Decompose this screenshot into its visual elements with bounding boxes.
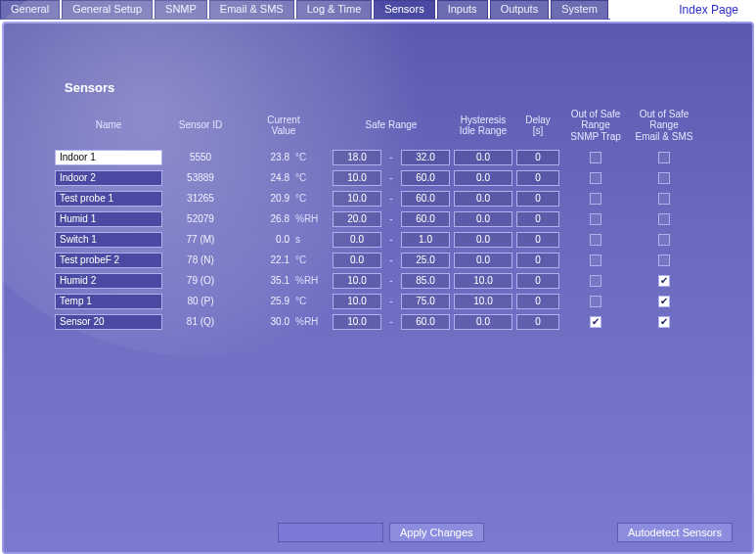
hysteresis-input[interactable]: 0.0 — [454, 150, 512, 165]
safe-range-lo-input[interactable]: 10.0 — [333, 273, 381, 289]
tab-log-time[interactable]: Log & Time — [296, 0, 373, 19]
snmp-trap-checkbox[interactable] — [590, 275, 601, 287]
snmp-trap-checkbox[interactable] — [590, 234, 601, 246]
hysteresis-input[interactable]: 0.0 — [454, 211, 512, 227]
email-sms-cell — [632, 272, 696, 290]
snmp-trap-checkbox[interactable] — [590, 152, 601, 163]
safe-range-hi-input[interactable]: 32.0 — [401, 150, 450, 165]
safe-range-hi-input[interactable]: 75.0 — [401, 294, 450, 309]
safe-range-hi-input[interactable]: 25.0 — [401, 253, 450, 268]
email-sms-checkbox[interactable] — [658, 172, 670, 184]
safe-range-lo-input[interactable]: 20.0 — [333, 211, 381, 227]
tab-general[interactable]: General — [0, 0, 60, 19]
snmp-trap-checkbox[interactable] — [590, 213, 601, 225]
sensor-name-input[interactable]: Sensor 20 — [55, 314, 162, 330]
sensor-name-input[interactable]: Humid 1 — [55, 211, 162, 227]
sensor-name-input[interactable]: Humid 2 — [55, 273, 162, 289]
safe-range-hi-input[interactable]: 1.0 — [401, 232, 450, 248]
hysteresis-input[interactable]: 0.0 — [454, 191, 512, 207]
sensor-name-input[interactable]: Temp 1 — [55, 294, 162, 309]
safe-range-hi-input[interactable]: 60.0 — [401, 211, 450, 227]
sensor-name-input[interactable]: Switch 1 — [55, 232, 162, 248]
apply-changes-button[interactable]: Apply Changes — [389, 523, 484, 542]
email-sms-checkbox[interactable] — [658, 193, 670, 205]
delay-input[interactable]: 0 — [516, 150, 559, 165]
snmp-trap-checkbox[interactable] — [590, 193, 601, 205]
blank-button[interactable] — [278, 523, 383, 542]
col-sensor-id: Sensor ID — [166, 117, 235, 133]
sensor-name-input[interactable]: Test probeF 2 — [55, 253, 162, 268]
hysteresis-input[interactable]: 0.0 — [454, 170, 512, 186]
safe-range-hi-input[interactable]: 60.0 — [401, 191, 450, 207]
snmp-trap-checkbox[interactable] — [590, 254, 601, 266]
snmp-trap-checkbox[interactable] — [590, 296, 601, 307]
tab-general-setup[interactable]: General Setup — [62, 0, 153, 19]
email-sms-checkbox[interactable] — [658, 152, 670, 163]
sensor-id: 53889 — [166, 169, 235, 187]
autodetect-sensors-button[interactable]: Autodetect Sensors — [617, 523, 733, 542]
sensor-name-input[interactable]: Test probe 1 — [55, 191, 162, 207]
safe-range-hi-cell: 75.0 — [401, 293, 450, 310]
col-hysteresis: HysteresisIdle Range — [454, 113, 512, 139]
safe-range-lo-input[interactable]: 10.0 — [333, 170, 381, 186]
tab-system[interactable]: System — [551, 0, 608, 19]
safe-range-hi-input[interactable]: 60.0 — [401, 314, 450, 330]
current-unit: %RH — [293, 210, 329, 228]
hysteresis-input[interactable]: 0.0 — [454, 314, 512, 330]
email-sms-checkbox[interactable] — [658, 254, 670, 266]
grid-header-row: Name Sensor ID CurrentValue Safe Range H… — [55, 104, 718, 147]
current-unit: s — [293, 231, 329, 249]
tab-email-sms[interactable]: Email & SMS — [209, 0, 294, 19]
hysteresis-cell: 0.0 — [454, 210, 512, 228]
safe-range-hi-cell: 1.0 — [401, 231, 450, 249]
range-dash: - — [385, 210, 397, 228]
safe-range-lo-input[interactable]: 18.0 — [333, 150, 381, 165]
safe-range-lo-input[interactable]: 0.0 — [333, 232, 381, 248]
snmp-trap-cell — [563, 252, 628, 269]
tab-outputs[interactable]: Outputs — [490, 0, 550, 19]
safe-range-hi-input[interactable]: 85.0 — [401, 273, 450, 289]
hysteresis-input[interactable]: 0.0 — [454, 232, 512, 248]
email-sms-checkbox[interactable] — [658, 213, 670, 225]
delay-input[interactable]: 0 — [516, 211, 559, 227]
sensor-id: 5550 — [166, 149, 235, 166]
email-sms-checkbox[interactable] — [658, 234, 670, 246]
delay-input[interactable]: 0 — [516, 294, 559, 309]
email-sms-checkbox[interactable] — [658, 275, 670, 287]
delay-input[interactable]: 0 — [516, 191, 559, 207]
delay-input[interactable]: 0 — [516, 314, 559, 330]
safe-range-lo-input[interactable]: 10.0 — [333, 294, 381, 309]
hysteresis-cell: 10.0 — [454, 293, 512, 310]
range-dash: - — [385, 149, 397, 166]
panel: Sensors Name Sensor ID CurrentValue Safe… — [2, 22, 754, 554]
col-snmp: Out of SafeRangeSNMP Trap — [563, 107, 628, 145]
safe-range-hi-cell: 60.0 — [401, 169, 450, 187]
delay-input[interactable]: 0 — [516, 273, 559, 289]
sensor-name-input[interactable]: Indoor 2 — [55, 170, 162, 186]
tab-snmp[interactable]: SNMP — [155, 0, 207, 19]
hysteresis-input[interactable]: 10.0 — [454, 273, 512, 289]
table-row: Humid 15207926.8%RH20.0-60.00.00 — [55, 208, 718, 229]
tab-inputs[interactable]: Inputs — [437, 0, 488, 19]
hysteresis-input[interactable]: 0.0 — [454, 253, 512, 268]
sensor-name-input[interactable]: Indoor 1 — [55, 150, 162, 165]
current-value: 22.1 — [239, 252, 289, 269]
safe-range-hi-input[interactable]: 60.0 — [401, 170, 450, 186]
tab-sensors[interactable]: Sensors — [374, 0, 434, 19]
delay-input[interactable]: 0 — [516, 170, 559, 186]
delay-input[interactable]: 0 — [516, 232, 559, 248]
delay-cell: 0 — [516, 313, 559, 331]
index-page-link[interactable]: Index Page — [679, 3, 738, 17]
sensor-id: 80 (P) — [166, 293, 235, 310]
safe-range-lo-input[interactable]: 0.0 — [333, 253, 381, 268]
email-sms-checkbox[interactable] — [658, 316, 670, 328]
safe-range-lo-input[interactable]: 10.0 — [333, 314, 381, 330]
snmp-trap-checkbox[interactable] — [590, 316, 601, 328]
delay-input[interactable]: 0 — [516, 253, 559, 268]
sensor-id: 81 (Q) — [166, 313, 235, 331]
hysteresis-input[interactable]: 10.0 — [454, 294, 512, 309]
snmp-trap-checkbox[interactable] — [590, 172, 601, 184]
table-row: Indoor 25388924.8°C10.0-60.00.00 — [55, 167, 718, 188]
email-sms-checkbox[interactable] — [658, 296, 670, 307]
safe-range-lo-input[interactable]: 10.0 — [333, 191, 381, 207]
